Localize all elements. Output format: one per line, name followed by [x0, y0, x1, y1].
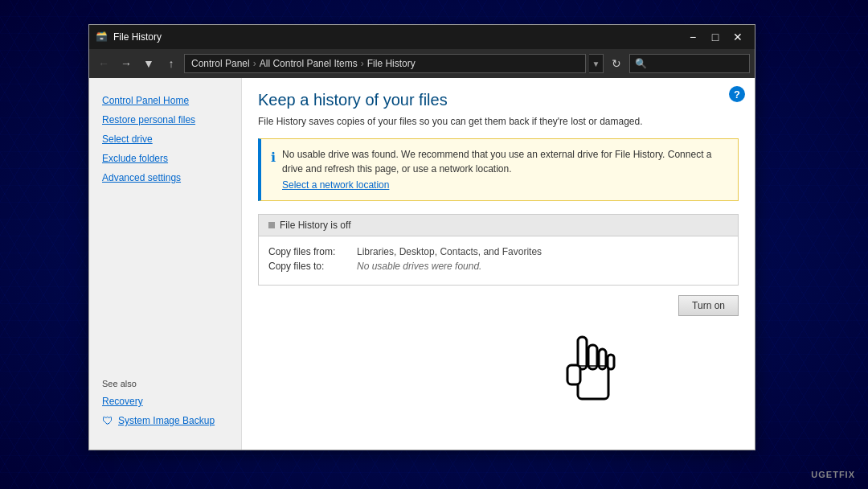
search-icon: 🔍 [635, 58, 647, 69]
svg-rect-3 [599, 349, 606, 369]
path-control-panel: Control Panel [191, 58, 250, 69]
sidebar: Control Panel Home Restore personal file… [89, 78, 242, 450]
warning-text: No usable drive was found. We recommend … [282, 149, 711, 175]
sidebar-item-recovery[interactable]: Recovery [89, 392, 241, 411]
network-location-link[interactable]: Select a network location [282, 178, 728, 192]
copy-to-label: Copy files to: [268, 261, 357, 272]
status-header: File History is off [259, 215, 738, 236]
status-body: Copy files from: Libraries, Desktop, Con… [259, 236, 738, 285]
sidebar-bottom: See also Recovery 🛡 System Image Backup [89, 369, 241, 437]
refresh-button[interactable]: ↻ [607, 54, 626, 73]
sidebar-nav: Control Panel Home Restore personal file… [89, 91, 241, 187]
shield-icon: 🛡 [102, 414, 113, 427]
sidebar-item-select-drive[interactable]: Select drive [89, 129, 241, 149]
window-icon: 🗃️ [96, 31, 108, 43]
svg-rect-0 [578, 365, 608, 399]
address-dropdown-button[interactable]: ▼ [589, 54, 604, 73]
path-all-items: All Control Panel Items [260, 58, 358, 69]
svg-rect-1 [578, 337, 587, 369]
address-bar: ← → ▼ ↑ Control Panel › All Control Pane… [89, 49, 755, 78]
svg-rect-4 [608, 355, 614, 369]
copy-from-value: Libraries, Desktop, Contacts, and Favori… [357, 246, 542, 257]
sidebar-item-system-image-backup[interactable]: 🛡 System Image Backup [89, 411, 241, 430]
title-bar: 🗃️ File History − □ ✕ [89, 25, 755, 49]
file-history-window: 🗃️ File History − □ ✕ ← → ▼ ↑ Control Pa… [88, 24, 755, 450]
svg-rect-5 [567, 365, 580, 384]
up-button[interactable]: ↑ [162, 54, 181, 73]
page-subtitle: File History saves copies of your files … [258, 116, 739, 127]
system-image-backup-label: System Image Backup [118, 415, 215, 426]
back-button[interactable]: ← [94, 54, 113, 73]
copy-to-row: Copy files to: No usable drives were fou… [268, 261, 728, 272]
sidebar-item-advanced-settings[interactable]: Advanced settings [89, 168, 241, 187]
help-button[interactable]: ? [729, 86, 745, 102]
sidebar-item-control-panel-home[interactable]: Control Panel Home [89, 91, 241, 110]
action-area: Turn on [258, 295, 739, 316]
mouse-cursor [554, 321, 626, 409]
content-area: Control Panel Home Restore personal file… [89, 78, 755, 450]
page-title: Keep a history of your files [258, 91, 739, 109]
close-button[interactable]: ✕ [727, 29, 748, 45]
turn-on-button[interactable]: Turn on [678, 295, 739, 316]
search-box[interactable]: 🔍 [629, 54, 750, 73]
see-also-label: See also [89, 369, 241, 392]
copy-from-row: Copy files from: Libraries, Desktop, Con… [268, 246, 728, 257]
maximize-button[interactable]: □ [705, 29, 726, 45]
window-controls: − □ ✕ [682, 29, 748, 45]
minimize-button[interactable]: − [682, 29, 703, 45]
warning-box: ℹ No usable drive was found. We recommen… [258, 138, 739, 201]
status-indicator [268, 222, 275, 228]
main-panel: ? Keep a history of your files File Hist… [242, 78, 755, 450]
status-box: File History is off Copy files from: Lib… [258, 214, 739, 286]
sidebar-item-restore-files[interactable]: Restore personal files [89, 110, 241, 129]
copy-to-value: No usable drives were found. [357, 261, 481, 272]
path-file-history: File History [367, 58, 416, 69]
status-label: File History is off [280, 220, 350, 231]
copy-from-label: Copy files from: [268, 246, 357, 257]
warning-content: No usable drive was found. We recommend … [282, 147, 728, 192]
forward-button[interactable]: → [117, 54, 136, 73]
window-title: File History [113, 31, 678, 43]
address-path[interactable]: Control Panel › All Control Panel Items … [184, 54, 586, 73]
watermark: UGETFIX [811, 470, 855, 479]
sidebar-item-exclude-folders[interactable]: Exclude folders [89, 149, 241, 168]
recent-locations-button[interactable]: ▼ [139, 54, 158, 73]
info-icon: ℹ [271, 148, 276, 192]
svg-rect-2 [588, 345, 597, 369]
